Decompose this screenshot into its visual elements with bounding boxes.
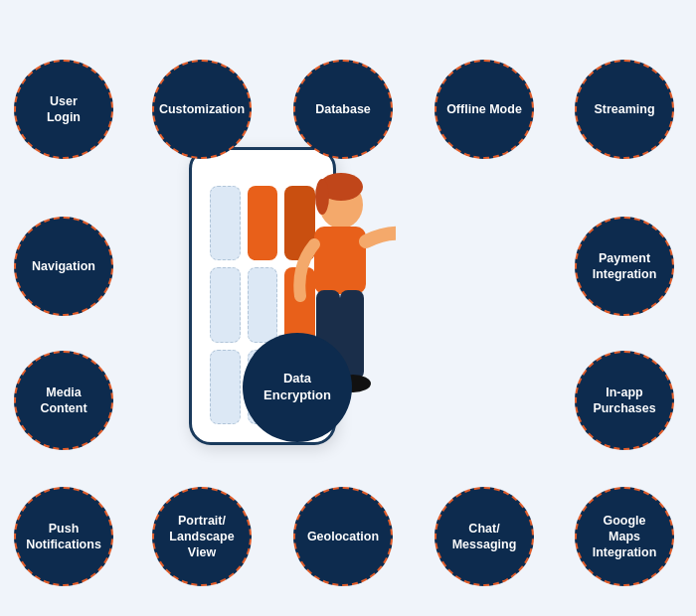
chat-messaging-circle: Chat/Messaging	[435, 487, 534, 586]
in-app-purchases-circle: In-appPurchases	[575, 351, 674, 450]
payment-integration-circle: PaymentIntegration	[575, 217, 674, 316]
app-icon-7	[210, 350, 241, 424]
database-circle: Database	[293, 60, 393, 159]
app-icon-1	[210, 186, 241, 260]
offline-mode-circle: Offline Mode	[435, 60, 534, 159]
navigation-circle: Navigation	[14, 217, 113, 316]
app-icon-4	[210, 267, 241, 342]
portrait-landscape-circle: Portrait/LandscapeView	[152, 487, 252, 586]
customization-circle: Customization	[152, 60, 252, 159]
svg-rect-3	[314, 227, 366, 294]
geolocation-circle: Geolocation	[293, 487, 393, 586]
google-maps-circle: GoogleMapsIntegration	[575, 487, 674, 586]
streaming-circle: Streaming	[575, 60, 674, 159]
data-encryption-circle: DataEncryption	[243, 333, 352, 442]
media-content-circle: MediaContent	[14, 351, 113, 450]
page-title	[0, 0, 696, 18]
push-notifications-circle: PushNotifications	[14, 487, 113, 586]
user-login-circle: UserLogin	[14, 60, 113, 159]
svg-point-2	[315, 179, 329, 215]
